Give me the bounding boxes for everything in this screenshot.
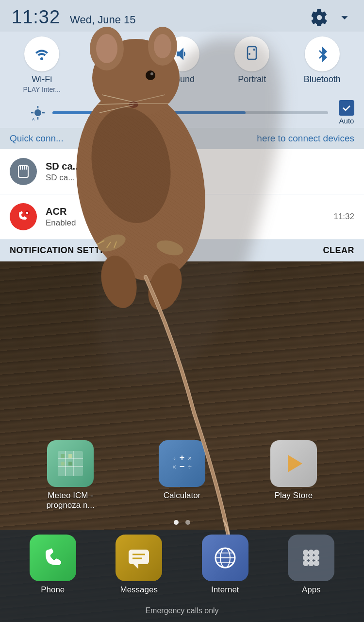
status-bar: 11:32 Wed, June 15 bbox=[0, 0, 364, 32]
svg-point-32 bbox=[308, 560, 314, 566]
dock-icon-phone bbox=[30, 535, 76, 581]
qs-item-bluetooth[interactable]: Bluetooth bbox=[293, 36, 351, 85]
dock-icon-messages bbox=[116, 535, 162, 581]
svg-point-30 bbox=[314, 555, 319, 561]
svg-point-29 bbox=[308, 555, 314, 561]
notif-title-sdcard: SD ca... bbox=[46, 161, 354, 172]
status-date: Wed, June 15 bbox=[70, 14, 135, 26]
svg-rect-8 bbox=[68, 462, 72, 466]
dock: Phone Messages bbox=[0, 530, 364, 605]
settings-icon[interactable] bbox=[311, 9, 328, 26]
app-grid: Meteo ICM - prognoza n... + ÷ × − × ÷ Ca… bbox=[0, 431, 364, 515]
svg-rect-50 bbox=[26, 212, 28, 214]
notifications-area: SD ca... SD ca... w one. ACR Enabled 11:… bbox=[0, 149, 364, 240]
quick-connect-right: here to connect devices bbox=[257, 133, 354, 144]
notif-content-sdcard: SD ca... SD ca... w one. bbox=[46, 161, 354, 183]
notification-acr[interactable]: ACR Enabled 11:32 bbox=[0, 194, 364, 240]
qs-circle-location bbox=[95, 36, 130, 71]
brightness-icon: A bbox=[29, 104, 47, 121]
dock-item-messages[interactable]: Messages bbox=[116, 535, 162, 595]
auto-check-box bbox=[339, 100, 354, 116]
app-icon-meteo bbox=[47, 440, 94, 487]
page-dot-2 bbox=[185, 520, 190, 525]
svg-rect-5 bbox=[61, 454, 65, 458]
svg-text:+: + bbox=[180, 453, 185, 463]
sdcard-icon bbox=[16, 164, 31, 179]
notif-time-acr: 11:32 bbox=[333, 212, 354, 222]
brightness-bar[interactable] bbox=[52, 111, 328, 114]
svg-point-33 bbox=[314, 560, 319, 566]
qs-item-sound[interactable]: Sound bbox=[153, 36, 211, 85]
status-time: 11:32 bbox=[12, 7, 60, 28]
notif-settings-label[interactable]: NOTIFICATION SETTINGS bbox=[10, 245, 122, 256]
app-label-meteo: Meteo ICM - prognoza n... bbox=[39, 491, 102, 510]
qs-circle-wifi bbox=[24, 36, 59, 71]
notif-body-acr: Enabled bbox=[46, 218, 325, 228]
svg-rect-6 bbox=[68, 454, 72, 458]
quick-connect-left: Quick conn... bbox=[10, 133, 64, 144]
page-dots bbox=[0, 515, 364, 530]
qs-circle-portrait bbox=[234, 36, 269, 71]
meteo-icon-svg bbox=[56, 449, 85, 478]
svg-point-28 bbox=[303, 555, 309, 561]
svg-text:×: × bbox=[188, 454, 192, 462]
apps-icon-svg bbox=[297, 544, 325, 572]
app-icon-calculator: + ÷ × − × ÷ bbox=[159, 440, 205, 487]
svg-text:÷: ÷ bbox=[172, 454, 176, 462]
svg-point-25 bbox=[303, 550, 309, 555]
qs-circle-sound bbox=[165, 36, 199, 71]
dock-icon-apps bbox=[288, 535, 334, 581]
dock-icon-internet bbox=[202, 535, 248, 581]
home-screen: Meteo ICM - prognoza n... + ÷ × − × ÷ Ca… bbox=[0, 431, 364, 622]
app-item-meteo[interactable]: Meteo ICM - prognoza n... bbox=[36, 440, 104, 510]
svg-point-35 bbox=[248, 53, 250, 55]
qs-label-sound: Sound bbox=[169, 74, 195, 85]
dock-item-internet[interactable]: Internet bbox=[202, 535, 248, 595]
internet-icon-svg bbox=[211, 544, 239, 572]
acr-phone-icon bbox=[16, 209, 31, 225]
dock-label-phone: Phone bbox=[41, 585, 65, 595]
notification-sdcard[interactable]: SD ca... SD ca... w one. bbox=[0, 149, 364, 194]
qs-label-portrait: Portrait bbox=[238, 74, 266, 85]
portrait-icon bbox=[243, 45, 261, 63]
auto-brightness[interactable]: Auto bbox=[339, 100, 354, 125]
dock-item-apps[interactable]: Apps bbox=[288, 535, 334, 595]
qs-label-bluetooth: Bluetooth bbox=[304, 74, 341, 85]
notif-icon-acr bbox=[10, 203, 37, 230]
messages-icon-svg bbox=[125, 544, 153, 572]
location-icon bbox=[103, 45, 121, 63]
auto-label: Auto bbox=[339, 117, 354, 125]
app-label-calculator: Calculator bbox=[164, 491, 201, 501]
qs-item-location[interactable] bbox=[83, 36, 141, 71]
playstore-icon-svg bbox=[280, 450, 307, 477]
svg-rect-16 bbox=[129, 550, 149, 564]
quick-connect-bar[interactable]: Quick conn... here to connect devices bbox=[0, 128, 364, 149]
emergency-text: Emergency calls only bbox=[0, 605, 364, 622]
checkmark-icon bbox=[341, 103, 352, 113]
svg-point-27 bbox=[314, 550, 319, 555]
notification-panel: 11:32 Wed, June 15 Wi-Fi PLAY Inter... bbox=[0, 0, 364, 261]
page-dot-1 bbox=[174, 520, 179, 525]
notif-body-sdcard: SD ca... w one. bbox=[46, 173, 354, 183]
svg-marker-17 bbox=[133, 564, 138, 569]
sound-icon bbox=[173, 45, 191, 63]
qs-item-portrait[interactable]: Portrait bbox=[223, 36, 281, 85]
quick-settings: Wi-Fi PLAY Inter... Sound bbox=[0, 32, 364, 97]
notif-title-acr: ACR bbox=[46, 206, 325, 217]
calculator-icon-svg: + ÷ × − × ÷ bbox=[168, 450, 196, 477]
svg-marker-15 bbox=[288, 455, 302, 472]
svg-text:A: A bbox=[32, 117, 35, 121]
app-item-playstore[interactable]: Play Store bbox=[260, 440, 328, 510]
notif-clear-button[interactable]: CLEAR bbox=[323, 245, 355, 256]
qs-sublabel-wifi: PLAY Inter... bbox=[23, 86, 61, 93]
app-label-playstore: Play Store bbox=[275, 491, 313, 501]
brightness-fill bbox=[52, 111, 246, 114]
qs-item-wifi[interactable]: Wi-Fi PLAY Inter... bbox=[13, 36, 71, 93]
dock-item-phone[interactable]: Phone bbox=[30, 535, 76, 595]
notif-content-acr: ACR Enabled bbox=[46, 206, 325, 228]
svg-text:÷: ÷ bbox=[188, 463, 192, 471]
app-item-calculator[interactable]: + ÷ × − × ÷ Calculator bbox=[148, 440, 216, 510]
svg-text:−: − bbox=[180, 462, 185, 471]
chevron-down-icon[interactable] bbox=[337, 10, 352, 25]
brightness-row: A Auto bbox=[0, 97, 364, 128]
